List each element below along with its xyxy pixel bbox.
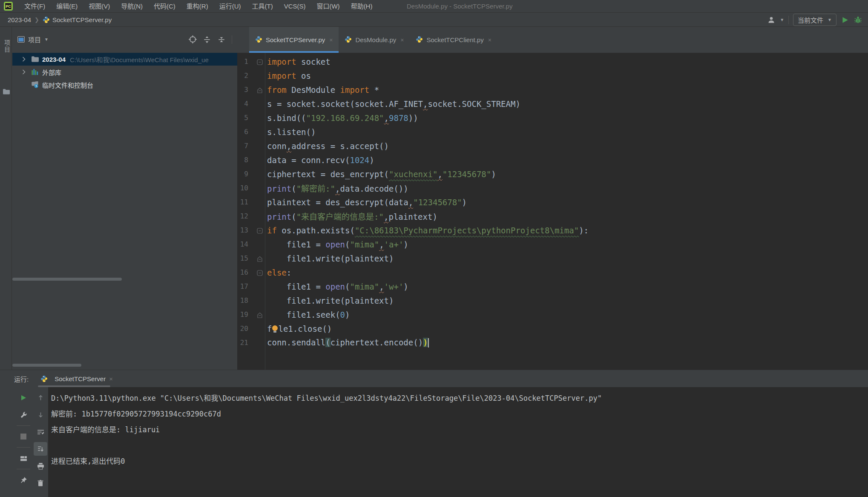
code-line[interactable]: 18 file1.write(plaintext) xyxy=(237,293,868,307)
line-number[interactable]: 15 xyxy=(237,254,248,262)
horizontal-scrollbar[interactable] xyxy=(12,278,122,281)
menu-item[interactable]: 编辑(E) xyxy=(51,0,83,13)
line-number[interactable]: 7 xyxy=(237,142,248,150)
line-number[interactable]: 1 xyxy=(237,57,248,66)
line-number[interactable]: 5 xyxy=(237,114,248,122)
code-editor[interactable]: 1import socket2import os3from DesModule … xyxy=(237,53,868,370)
code-line[interactable]: 6s.listen() xyxy=(237,125,868,139)
chevron-right-icon[interactable] xyxy=(22,69,29,76)
menu-item[interactable]: 运行(U) xyxy=(214,0,247,13)
stop-button[interactable] xyxy=(17,430,30,443)
code-line[interactable]: 4s = socket.socket(socket.AF_INET,socket… xyxy=(237,97,868,111)
locate-file-icon[interactable] xyxy=(188,35,197,44)
line-number[interactable]: 21 xyxy=(237,339,248,347)
arrow-up-icon[interactable] xyxy=(34,391,47,405)
menu-item[interactable]: 重构(R) xyxy=(181,0,214,13)
code-line[interactable]: 1import socket xyxy=(237,55,868,69)
line-number[interactable]: 18 xyxy=(237,296,248,305)
pin-icon[interactable] xyxy=(17,473,30,487)
fold-marker-icon[interactable] xyxy=(257,256,263,261)
folder-icon[interactable] xyxy=(3,89,10,96)
expand-all-icon[interactable] xyxy=(203,35,211,44)
close-icon[interactable]: × xyxy=(329,37,333,43)
arrow-down-icon[interactable] xyxy=(34,408,47,422)
run-configuration-select[interactable]: 当前文件 ▼ xyxy=(793,14,836,26)
code-line[interactable]: 19 file1.seek(0) xyxy=(237,307,868,322)
code-line[interactable]: 13if os.path.exists("C:\86183\PycharmPro… xyxy=(237,223,868,237)
fold-marker-icon[interactable] xyxy=(257,270,263,276)
line-number[interactable]: 4 xyxy=(237,100,248,108)
trash-icon[interactable] xyxy=(34,476,47,490)
editor-tab[interactable]: SocketTCPClient.py× xyxy=(410,27,497,53)
fold-marker-icon[interactable] xyxy=(257,227,263,233)
line-number[interactable]: 2 xyxy=(237,72,248,80)
line-number[interactable]: 13 xyxy=(237,226,248,234)
menu-item[interactable]: VCS(S) xyxy=(279,0,311,13)
breadcrumb-file[interactable]: SocketTCPServer.py xyxy=(52,16,112,23)
line-number[interactable]: 3 xyxy=(237,86,248,94)
line-number[interactable]: 16 xyxy=(237,268,248,276)
line-number[interactable]: 8 xyxy=(237,156,248,164)
project-tree-item[interactable]: 外部库 xyxy=(12,66,237,78)
close-icon[interactable]: × xyxy=(488,37,491,43)
line-number[interactable]: 19 xyxy=(237,310,248,319)
rerun-button[interactable] xyxy=(17,391,30,405)
line-number[interactable]: 17 xyxy=(237,282,248,290)
close-icon[interactable]: × xyxy=(400,37,404,43)
menu-item[interactable]: 导航(N) xyxy=(115,0,148,13)
horizontal-scrollbar[interactable] xyxy=(12,364,81,367)
editor-tab[interactable]: DesModule.py× xyxy=(339,27,410,53)
chevron-right-icon[interactable] xyxy=(22,56,29,63)
menu-item[interactable]: 帮助(H) xyxy=(345,0,378,13)
code-line[interactable]: 21conn.sendall(ciphertext.encode()) xyxy=(237,336,868,350)
project-tree-item[interactable]: 临时文件和控制台 xyxy=(12,78,237,91)
debug-bug-button[interactable] xyxy=(854,16,862,24)
stripe-project-button[interactable]: 项目 xyxy=(3,40,11,53)
close-icon[interactable]: × xyxy=(109,375,113,382)
intention-bulb-icon[interactable] xyxy=(272,325,278,333)
code-line[interactable]: 5s.bind(("192.168.69.248",9878)) xyxy=(237,111,868,125)
menu-item[interactable]: 窗口(W) xyxy=(311,0,345,13)
line-number[interactable]: 6 xyxy=(237,128,248,136)
scroll-to-end-icon[interactable] xyxy=(34,442,47,456)
code-line[interactable]: 20fle1.close() xyxy=(237,322,868,336)
code-line[interactable]: 2import os xyxy=(237,69,868,83)
code-line[interactable]: 8data = conn.recv(1024) xyxy=(237,153,868,167)
project-tree-item[interactable]: 2023-04C:\Users\和我\Documents\WeChat File… xyxy=(12,53,237,66)
line-number[interactable]: 9 xyxy=(237,170,248,178)
code-line[interactable]: 10print("解密前:",data.decode()) xyxy=(237,181,868,195)
breadcrumb-project[interactable]: 2023-04 xyxy=(8,16,31,23)
line-number[interactable]: 20 xyxy=(237,325,248,333)
menu-item[interactable]: 工具(T) xyxy=(246,0,278,13)
fold-marker-icon[interactable] xyxy=(257,312,263,318)
fold-marker-icon[interactable] xyxy=(257,59,263,65)
user-icon[interactable] xyxy=(767,16,776,24)
print-icon[interactable] xyxy=(34,459,47,473)
code-line[interactable]: 3from DesModule import * xyxy=(237,83,868,97)
code-line[interactable]: 14 file1 = open("mima",'a+') xyxy=(237,237,868,251)
editor-tab[interactable]: SocketTCPServer.py× xyxy=(249,27,339,53)
menu-item[interactable]: 文件(F) xyxy=(19,0,51,13)
edit-configuration-wrench-icon[interactable] xyxy=(17,408,30,422)
code-line[interactable]: 11plaintext = des_descrypt(data,"1234567… xyxy=(237,195,868,209)
line-number[interactable]: 11 xyxy=(237,198,248,206)
fold-marker-icon[interactable] xyxy=(257,87,263,93)
line-number[interactable]: 14 xyxy=(237,240,248,248)
collapse-all-icon[interactable] xyxy=(217,35,226,44)
line-number[interactable]: 10 xyxy=(237,184,248,192)
project-panel-title[interactable]: 项目 ▼ xyxy=(12,35,49,44)
run-tab[interactable]: SocketTCPServer × xyxy=(40,370,113,387)
menu-item[interactable]: 代码(C) xyxy=(148,0,181,13)
soft-wrap-icon[interactable] xyxy=(34,425,47,439)
menu-item[interactable]: 视图(V) xyxy=(83,0,115,13)
code-line[interactable]: 9ciphertext = des_encrypt("xuchenxi","12… xyxy=(237,167,868,181)
user-dropdown-arrow-icon[interactable]: ▼ xyxy=(780,17,784,22)
code-line[interactable]: 17 file1 = open("mima",'w+') xyxy=(237,279,868,293)
code-line[interactable]: 12print("来自客户端的信息是:",plaintext) xyxy=(237,209,868,223)
console-output[interactable]: D:\Python3.11\python.exe "C:\Users\和我\Do… xyxy=(48,387,868,497)
code-line[interactable]: 15 file1.write(plaintext) xyxy=(237,251,868,265)
run-button[interactable] xyxy=(841,16,849,24)
code-line[interactable]: 16else: xyxy=(237,265,868,279)
restore-layout-icon[interactable] xyxy=(17,451,30,465)
code-line[interactable]: 7conn,address = s.accept() xyxy=(237,139,868,153)
